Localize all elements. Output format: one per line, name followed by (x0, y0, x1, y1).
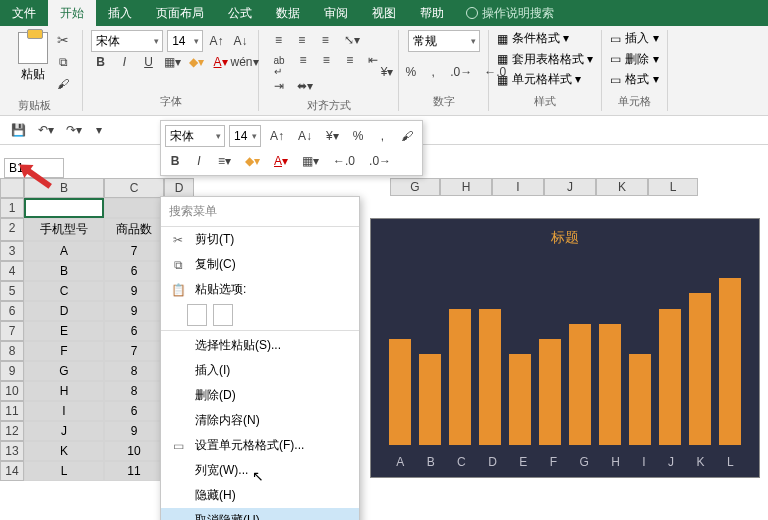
decrease-font-icon[interactable]: A↓ (231, 31, 251, 51)
cell[interactable] (24, 198, 104, 218)
cell[interactable]: 8 (104, 381, 164, 401)
row-header[interactable]: 2 (0, 218, 24, 241)
mini-italic-button[interactable]: I (189, 151, 209, 171)
ctx-item[interactable]: 插入(I) (161, 358, 359, 383)
cell[interactable]: 9 (104, 421, 164, 441)
col-header[interactable]: D (164, 178, 194, 198)
tab-审阅[interactable]: 审阅 (312, 0, 360, 26)
align-right-icon[interactable]: ≡ (340, 50, 360, 70)
comma-icon[interactable]: , (423, 62, 443, 82)
cell[interactable]: 6 (104, 261, 164, 281)
tab-公式[interactable]: 公式 (216, 0, 264, 26)
chart-bar[interactable] (689, 293, 711, 445)
mini-format-painter-icon[interactable]: 🖌 (396, 126, 418, 146)
copy-button[interactable]: ⧉ (52, 52, 74, 72)
chart-bar[interactable] (569, 324, 591, 445)
chart-bar[interactable] (599, 324, 621, 445)
cell[interactable]: J (24, 421, 104, 441)
chart-bar[interactable] (719, 278, 741, 445)
chart-bar[interactable] (659, 309, 681, 446)
ctx-item[interactable]: 选择性粘贴(S)... (161, 333, 359, 358)
paste-option-icon[interactable] (213, 304, 233, 326)
col-header[interactable]: I (492, 178, 544, 196)
cell[interactable]: A (24, 241, 104, 261)
increase-font-icon[interactable]: A↑ (207, 31, 227, 51)
cell[interactable]: I (24, 401, 104, 421)
cell[interactable]: 6 (104, 321, 164, 341)
italic-button[interactable]: I (115, 52, 135, 72)
row-header[interactable]: 3 (0, 241, 24, 261)
row-header[interactable]: 8 (0, 341, 24, 361)
orientation-icon[interactable]: ⤡▾ (339, 30, 365, 50)
cell[interactable]: F (24, 341, 104, 361)
cut-button[interactable] (52, 30, 74, 50)
percent-icon[interactable]: % (401, 62, 422, 82)
align-bot-icon[interactable]: ≡ (315, 30, 335, 50)
ctx-item[interactable]: 删除(D) (161, 383, 359, 408)
tab-文件[interactable]: 文件 (0, 0, 48, 26)
chart-bar[interactable] (419, 354, 441, 445)
align-top-icon[interactable]: ≡ (269, 30, 289, 50)
tell-me-search[interactable]: 操作说明搜索 (466, 0, 554, 26)
chart-bar[interactable] (479, 309, 501, 446)
context-search[interactable]: 搜索菜单 (161, 197, 359, 227)
mini-size-select[interactable]: 14 (229, 125, 261, 147)
font-color-button[interactable]: A▾ (211, 52, 231, 72)
cell[interactable]: 7 (104, 341, 164, 361)
cell[interactable]: 7 (104, 241, 164, 261)
style-条件格式[interactable]: ▦条件格式 ▾ (497, 30, 569, 47)
mini-dec-font-icon[interactable]: A↓ (293, 126, 317, 146)
row-header[interactable]: 4 (0, 261, 24, 281)
redo-button[interactable]: ↷▾ (61, 120, 87, 140)
tab-开始[interactable]: 开始 (48, 0, 96, 26)
col-header[interactable]: J (544, 178, 596, 196)
ctx-item[interactable]: 隐藏(H) (161, 483, 359, 508)
row-header[interactable]: 10 (0, 381, 24, 401)
col-header[interactable]: H (440, 178, 492, 196)
style-套用表格格式[interactable]: ▦套用表格格式 ▾ (497, 51, 593, 68)
phonetic-button[interactable]: wén▾ (235, 52, 255, 72)
chart[interactable]: 标题 ABCDEFGHIJKL (370, 218, 760, 478)
row-header[interactable]: 7 (0, 321, 24, 341)
cell[interactable]: 商品数 (104, 218, 164, 241)
cell-格式[interactable]: ▭格式 ▾ (610, 71, 658, 88)
cell[interactable]: 手机型号 (24, 218, 104, 241)
fill-color-button[interactable]: ◆▾ (187, 52, 207, 72)
row-header[interactable]: 11 (0, 401, 24, 421)
tab-帮助[interactable]: 帮助 (408, 0, 456, 26)
cell[interactable] (104, 198, 164, 218)
align-center-icon[interactable]: ≡ (316, 50, 336, 70)
cell[interactable]: 8 (104, 361, 164, 381)
underline-button[interactable]: U (139, 52, 159, 72)
indent-inc-icon[interactable]: ⇥ (269, 76, 289, 96)
mini-bold-button[interactable]: B (165, 151, 185, 171)
cell-插入[interactable]: ▭插入 ▾ (610, 30, 658, 47)
ctx-item[interactable]: ▭设置单元格格式(F)... (161, 433, 359, 458)
mini-font-color-icon[interactable]: A▾ (269, 151, 293, 171)
wrap-text-button[interactable]: ab↵ (269, 56, 290, 76)
mini-currency-icon[interactable]: ¥▾ (321, 126, 344, 146)
tab-视图[interactable]: 视图 (360, 0, 408, 26)
currency-icon[interactable]: ¥▾ (376, 62, 399, 82)
style-单元格样式[interactable]: ▦单元格样式 ▾ (497, 71, 581, 88)
merge-button[interactable]: ⬌▾ (292, 76, 318, 96)
inc-decimal-icon[interactable]: .0→ (445, 62, 477, 82)
row-header[interactable]: 9 (0, 361, 24, 381)
tab-插入[interactable]: 插入 (96, 0, 144, 26)
mini-font-select[interactable]: 宋体 (165, 125, 225, 147)
align-mid-icon[interactable]: ≡ (292, 30, 312, 50)
row-header[interactable]: 12 (0, 421, 24, 441)
qat-customize-icon[interactable]: ▾ (89, 120, 109, 140)
mini-inc-decimal-icon[interactable]: .0→ (364, 151, 396, 171)
cell[interactable]: 6 (104, 401, 164, 421)
save-button[interactable]: 💾 (6, 120, 31, 140)
cell[interactable]: 9 (104, 281, 164, 301)
chart-bar[interactable] (509, 354, 531, 445)
format-painter-button[interactable]: 🖌 (52, 74, 74, 94)
chart-bar[interactable] (629, 354, 651, 445)
cell[interactable]: E (24, 321, 104, 341)
mini-comma-icon[interactable]: , (372, 126, 392, 146)
col-header[interactable]: K (596, 178, 648, 196)
font-size-select[interactable]: 14 (167, 30, 202, 52)
mini-dec-decimal-icon[interactable]: ←.0 (328, 151, 360, 171)
